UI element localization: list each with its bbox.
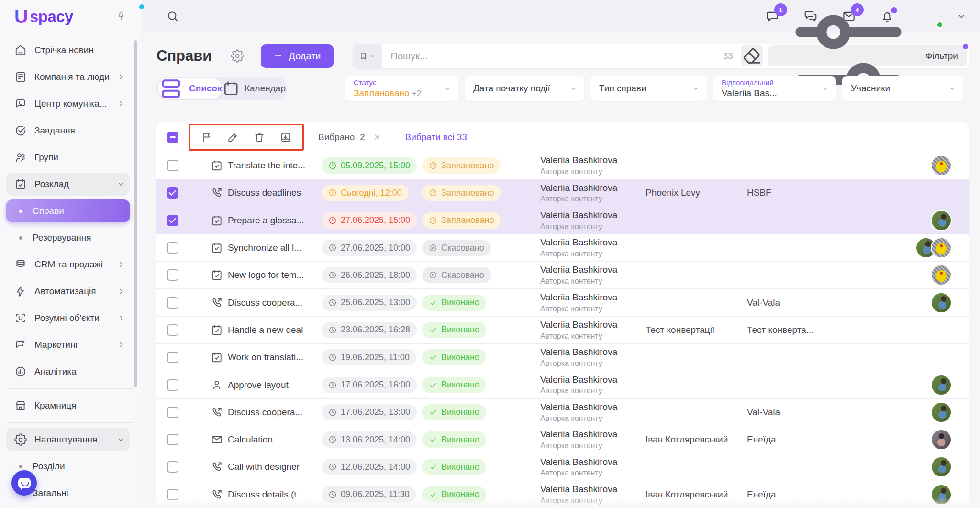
sidebar-item-5[interactable]: Розклад [0,171,142,198]
table-row[interactable]: Call with designer12.06.2025, 14:00Викон… [156,453,969,480]
logo[interactable]: U spacy [0,0,142,33]
filter-activity-type[interactable]: Тип справи [590,76,707,101]
table-row[interactable]: Discuss deadlinesСьогодні, 12:00Запланов… [156,179,969,206]
filter-status[interactable]: Статус Заплановано +2 [345,76,458,101]
row-checkbox[interactable] [167,269,178,281]
owner-name[interactable]: Valeriia Bashkirova [540,265,641,276]
sidebar-item-3[interactable]: Завдання [0,117,142,144]
tab-calendar[interactable]: Календар [222,78,286,99]
sidebar-item-6[interactable]: Справи [0,198,142,224]
participant-avatar-lemon[interactable] [931,265,952,286]
tab-list[interactable]: Список [158,78,222,99]
contact-cell[interactable]: Іван Котляревський [646,489,741,500]
owner-name[interactable]: Valeriia Bashkirova [540,457,641,468]
sidebar-item-9[interactable]: Автоматизація [0,278,142,305]
filter-start-date[interactable]: Дата початку події [465,76,584,101]
activity-name[interactable]: Synchronize all l... [228,243,322,253]
participant-avatar-lemon[interactable] [931,237,952,258]
export-icon[interactable] [279,131,292,144]
sidebar-item-0[interactable]: Стрічка новин [0,37,142,64]
contact-cell[interactable]: Тест конвертації [646,325,741,335]
participant-avatar-man[interactable] [931,456,952,477]
activity-name[interactable]: New logo for tem... [228,270,322,280]
activity-name[interactable]: Translate the inte... [228,160,322,171]
table-row[interactable]: Discuss coopera...17.06.2025, 13:00Викон… [156,398,969,426]
table-row[interactable]: Handle a new deal23.06.2025, 16:28Викона… [156,316,969,343]
filter-participants[interactable]: Учасники [842,76,963,101]
table-row[interactable]: Approve layout17.06.2025, 16:00ВиконаноV… [156,371,969,398]
delete-icon[interactable] [253,131,266,144]
activity-name[interactable]: Work on translati... [228,352,322,363]
activity-name[interactable]: Approve layout [228,380,322,390]
owner-name[interactable]: Valeriia Bashkirova [540,320,641,331]
contact-cell[interactable]: Phoenix Levy [646,188,741,198]
row-checkbox[interactable] [167,215,178,226]
company-cell[interactable]: Енеїда [747,434,838,445]
sidebar-item-7[interactable]: Резервування [0,224,142,251]
activity-name[interactable]: Prepare a glossa... [228,215,322,226]
contact-cell[interactable]: Іван Котляревський [646,434,741,445]
activity-name[interactable]: Handle a new deal [228,325,322,335]
table-row[interactable]: Translate the inte...05.09.2025, 15:00За… [156,152,969,179]
row-checkbox[interactable] [167,461,178,473]
owner-name[interactable]: Valeriia Bashkirova [540,292,641,303]
table-row[interactable]: Discuss details (t...09.06.2025, 11:30Ви… [156,481,969,508]
select-all-link[interactable]: Вибрати всі 33 [405,132,468,143]
row-checkbox[interactable] [167,242,178,254]
sidebar-item-10[interactable]: Розумні об'єкти [0,305,142,331]
profile-menu-chevron-icon[interactable] [956,11,967,22]
clear-search-button[interactable] [741,45,763,66]
owner-name[interactable]: Valeriia Bashkirova [540,210,641,221]
participant-avatar-man[interactable] [931,402,952,423]
row-checkbox[interactable] [167,434,178,445]
participant-avatar-lemon[interactable] [931,155,952,176]
filter-responsible[interactable]: Відповідальний Valeriia Bas... [713,76,836,101]
pin-sidebar-icon[interactable] [115,11,127,22]
table-row[interactable]: New logo for tem...26.06.2025, 18:00Скас… [156,261,969,288]
activity-name[interactable]: Calculation [228,434,322,445]
owner-name[interactable]: Valeriia Bashkirova [540,237,641,248]
profile-avatar[interactable] [920,5,943,28]
sidebar-item-16[interactable]: Налаштування [0,426,142,453]
support-chat-button[interactable] [11,470,37,496]
table-row[interactable]: Prepare a glossa...27.06.2025, 15:00Запл… [156,207,969,234]
activity-name[interactable]: Call with designer [228,462,322,472]
activity-name[interactable]: Discuss coopera... [228,407,322,418]
page-settings-gear-icon[interactable] [231,49,244,63]
search-input[interactable] [382,51,723,62]
sidebar-item-1[interactable]: Компанія та люди [0,64,142,90]
table-row[interactable]: Work on translati...19.06.2025, 11:00Вик… [156,343,969,371]
participant-avatar-man[interactable] [931,375,952,396]
saved-filters-dropdown[interactable] [353,44,382,68]
owner-name[interactable]: Valeriia Bashkirova [540,155,641,166]
add-button[interactable]: Додати [261,44,333,68]
participant-avatar-woman[interactable] [931,429,952,450]
company-cell[interactable]: Енеїда [747,489,838,500]
table-row[interactable]: Synchronize all l...27.06.2025, 10:00Ска… [156,234,969,261]
activity-name[interactable]: Discuss details (t... [228,489,322,500]
participant-avatar-man[interactable] [931,210,952,231]
owner-name[interactable]: Valeriia Bashkirova [540,484,641,495]
company-cell[interactable]: HSBF [747,188,838,198]
company-cell[interactable]: Val-Vala [747,407,838,418]
row-checkbox[interactable] [167,489,178,500]
sidebar-item-2[interactable]: Центр комуніка... [0,90,142,117]
activity-name[interactable]: Discuss deadlines [228,188,322,198]
company-cell[interactable]: Тест конверта... [747,325,838,335]
owner-name[interactable]: Valeriia Bashkirova [540,402,641,413]
participant-avatar-man[interactable] [931,292,952,313]
row-checkbox[interactable] [167,352,178,363]
owner-name[interactable]: Valeriia Bashkirova [540,429,641,440]
activity-name[interactable]: Discuss coopera... [228,298,322,308]
sidebar-item-8[interactable]: CRM та продажі [0,251,142,278]
clear-selection-icon[interactable] [373,133,382,142]
company-cell[interactable]: Val-Vala [747,298,838,308]
edit-icon[interactable] [227,131,239,144]
flag-icon[interactable] [200,131,213,144]
table-row[interactable]: Discuss coopera...25.06.2025, 13:00Викон… [156,288,969,316]
sidebar-item-12[interactable]: Аналітика [0,358,142,385]
owner-name[interactable]: Valeriia Bashkirova [540,347,641,358]
global-search-icon[interactable] [166,10,179,23]
owner-name[interactable]: Valeriia Bashkirova [540,183,641,194]
row-checkbox[interactable] [167,407,178,418]
